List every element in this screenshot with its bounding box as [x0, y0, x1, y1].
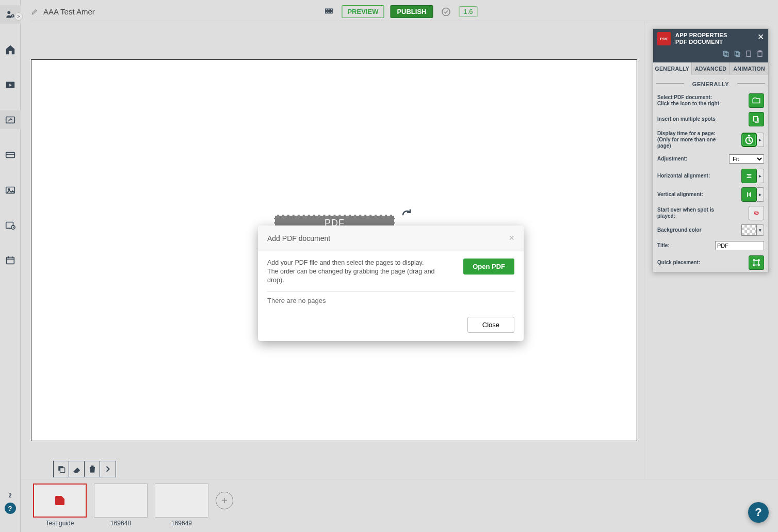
- label-multi-spots: Insert on multiple spots: [657, 116, 716, 122]
- spot-erase-button[interactable]: [69, 461, 85, 477]
- modal-close-button[interactable]: Close: [467, 317, 514, 333]
- spot-label: Test guide: [46, 520, 74, 527]
- help-fab[interactable]: ?: [748, 502, 769, 523]
- modal-close-icon[interactable]: ×: [509, 233, 514, 244]
- label-halign: Horizontal alignment:: [657, 173, 710, 179]
- spot-thumbnail[interactable]: [155, 483, 208, 518]
- rotate-handle-icon[interactable]: [399, 207, 414, 223]
- title-input[interactable]: [715, 241, 764, 250]
- display-time-dropdown[interactable]: ▸: [757, 133, 764, 147]
- sidebar-item-home[interactable]: [0, 40, 21, 59]
- label-title: Title:: [657, 243, 670, 249]
- spot-item[interactable]: 169649: [155, 483, 208, 527]
- svg-rect-4: [6, 152, 14, 157]
- label-select-pdf-2: Click the icon to the right: [657, 101, 719, 106]
- svg-point-10: [442, 8, 450, 15]
- label-adjustment: Adjustment:: [657, 156, 687, 162]
- topbar: AAA Test Amer PREVIEW PUBLISH 1.6: [31, 3, 769, 21]
- panel-doc-icon[interactable]: [744, 50, 753, 59]
- label-bgcolor: Background color: [657, 227, 702, 233]
- display-time-button[interactable]: [741, 133, 757, 147]
- tab-advanced[interactable]: ADVANCED: [692, 62, 731, 75]
- panel-copy2-icon[interactable]: [733, 50, 741, 59]
- svg-rect-3: [6, 117, 14, 123]
- svg-rect-15: [735, 51, 738, 55]
- preview-button[interactable]: PREVIEW: [342, 5, 384, 18]
- svg-rect-17: [747, 51, 751, 57]
- spot-label: 169648: [110, 520, 131, 527]
- svg-rect-22: [754, 261, 759, 265]
- label-quick-placement: Quick placement:: [657, 260, 700, 266]
- add-pdf-modal: Add PDF document × Add your PDF file and…: [258, 225, 524, 341]
- quick-placement-button[interactable]: [749, 255, 764, 270]
- sidebar-item-payment[interactable]: [0, 146, 21, 164]
- modal-title: Add PDF document: [267, 234, 330, 243]
- add-spot-button[interactable]: +: [216, 492, 233, 509]
- valign-button[interactable]: [741, 187, 757, 202]
- spot-thumbnail[interactable]: [94, 483, 148, 518]
- grid-icon[interactable]: [322, 5, 335, 19]
- modal-empty-text: There are no pages: [267, 297, 514, 304]
- notification-badge: 2: [8, 492, 11, 498]
- panel-header-line2: PDF DOCUMENT: [675, 39, 727, 45]
- spot-item[interactable]: 169648: [94, 483, 148, 527]
- pdf-badge-icon: PDF: [657, 32, 671, 45]
- section-title: GENERALLY: [653, 75, 768, 91]
- help-icon[interactable]: ?: [5, 503, 16, 514]
- multi-spots-button[interactable]: [749, 112, 764, 126]
- pdf-mini-icon: [55, 496, 64, 505]
- bgcolor-dropdown[interactable]: ▾: [757, 224, 764, 236]
- halign-button[interactable]: [741, 169, 757, 183]
- spot-delete-button[interactable]: [85, 461, 100, 477]
- open-pdf-button[interactable]: Open PDF: [463, 259, 514, 275]
- sidebar-item-editor[interactable]: [0, 110, 21, 129]
- properties-panel: PDF APP PROPERTIES PDF DOCUMENT ✕ GENERA…: [653, 28, 769, 272]
- svg-point-0: [7, 11, 10, 14]
- startover-toggle[interactable]: [749, 206, 764, 220]
- panel-close-button[interactable]: ✕: [757, 32, 764, 42]
- spot-next-button[interactable]: [100, 461, 116, 477]
- sidebar-item-calendar[interactable]: [0, 251, 21, 269]
- sidebar-item-media[interactable]: [0, 75, 21, 94]
- svg-rect-20: [754, 117, 758, 121]
- sidebar-item-image[interactable]: [0, 181, 21, 199]
- label-startover: Start over when spot is played:: [657, 207, 724, 219]
- approve-icon[interactable]: [439, 5, 452, 19]
- spot-thumbnail[interactable]: [33, 483, 87, 518]
- version-indicator[interactable]: 1.6: [459, 6, 477, 17]
- left-sidebar: > 2 ?: [0, 0, 21, 532]
- spot-duplicate-button[interactable]: [54, 461, 69, 477]
- svg-rect-16: [736, 52, 740, 56]
- sidebar-item-schedule[interactable]: [0, 216, 21, 234]
- modal-desc-1: Add your PDF file and then select the pa…: [267, 259, 453, 267]
- svg-rect-9: [6, 257, 14, 264]
- label-display-time-2: (Only for more than one page): [657, 137, 716, 149]
- label-display-time: Display time for a page:: [657, 131, 716, 136]
- svg-rect-13: [723, 51, 727, 55]
- page-title[interactable]: AAA Test Amer: [43, 7, 95, 16]
- adjustment-select[interactable]: Fit: [729, 154, 764, 164]
- sidebar-expand-toggle[interactable]: >: [14, 12, 23, 21]
- halign-dropdown[interactable]: ▸: [757, 169, 764, 183]
- tab-generally[interactable]: GENERALLY: [653, 62, 692, 75]
- publish-button[interactable]: PUBLISH: [390, 5, 433, 18]
- svg-rect-12: [60, 468, 64, 473]
- panel-paste-icon[interactable]: [756, 50, 764, 59]
- label-valign: Vertical alignment:: [657, 191, 703, 198]
- spot-item[interactable]: Test guide: [33, 483, 87, 527]
- spot-strip: Test guide 169648 169649 +: [21, 479, 778, 532]
- open-folder-button[interactable]: [749, 93, 764, 108]
- spot-toolbar: [53, 461, 116, 477]
- spot-label: 169649: [171, 520, 192, 527]
- pencil-icon[interactable]: [31, 8, 38, 15]
- tab-animation[interactable]: ANIMATION: [730, 62, 768, 75]
- panel-header: PDF APP PROPERTIES PDF DOCUMENT ✕: [653, 29, 768, 49]
- modal-desc-2: The order can be changed by grabbing the…: [267, 267, 453, 285]
- page-title-group: AAA Test Amer: [31, 7, 95, 16]
- panel-header-line1: APP PROPERTIES: [675, 32, 727, 39]
- bgcolor-chip[interactable]: [741, 224, 757, 236]
- svg-rect-14: [725, 52, 728, 56]
- panel-copy-icon[interactable]: [722, 50, 730, 59]
- valign-dropdown[interactable]: ▸: [757, 187, 764, 202]
- label-select-pdf: Select PDF document:: [657, 94, 712, 100]
